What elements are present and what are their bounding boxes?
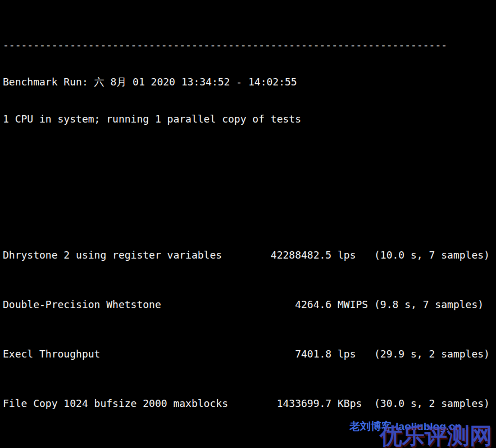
benchmark-result-row: Dhrystone 2 using register variables 422… (3, 249, 496, 261)
test-sample-info: (10.0 s, 7 samples) (374, 249, 490, 261)
benchmark-result-row: Execl Throughput 7401.8 lps (29.9 s, 2 s… (3, 348, 496, 360)
test-value: 7401.8 (246, 348, 331, 360)
benchmark-result-row: Double-Precision Whetstone 4264.6 MWIPS … (3, 298, 496, 311)
test-unit: lps (338, 249, 368, 261)
test-unit: lps (338, 348, 368, 360)
separator-line-top: ----------------------------------------… (3, 39, 496, 51)
blank-line (3, 150, 496, 162)
test-name: Execl Throughput (3, 348, 246, 360)
benchmark-result-row: File Copy 1024 bufsize 2000 maxblocks 14… (3, 397, 496, 410)
benchmark-run-line: Benchmark Run: 六 8月 01 2020 13:34:52 - 1… (3, 76, 496, 88)
test-sample-info: (9.8 s, 7 samples) (374, 298, 484, 311)
cpu-info-line: 1 CPU in system; running 1 parallel copy… (3, 113, 496, 125)
terminal-screen: ----------------------------------------… (0, 0, 496, 448)
test-value: 4264.6 (246, 298, 331, 311)
test-sample-info: (29.9 s, 2 samples) (374, 348, 490, 360)
test-unit: MWIPS (338, 298, 368, 311)
test-name: Double-Precision Whetstone (3, 298, 246, 311)
raw-results-list: Dhrystone 2 using register variables 422… (3, 200, 496, 448)
watermark-site-text: 优乐评测网 (380, 420, 492, 448)
test-name: Dhrystone 2 using register variables (3, 249, 246, 261)
test-name: File Copy 1024 bufsize 2000 maxblocks (3, 397, 246, 410)
test-value: 1433699.7 (246, 397, 331, 410)
test-unit: KBps (338, 397, 368, 410)
test-sample-info: (30.0 s, 2 samples) (374, 397, 490, 410)
test-value: 42288482.5 (246, 249, 331, 261)
